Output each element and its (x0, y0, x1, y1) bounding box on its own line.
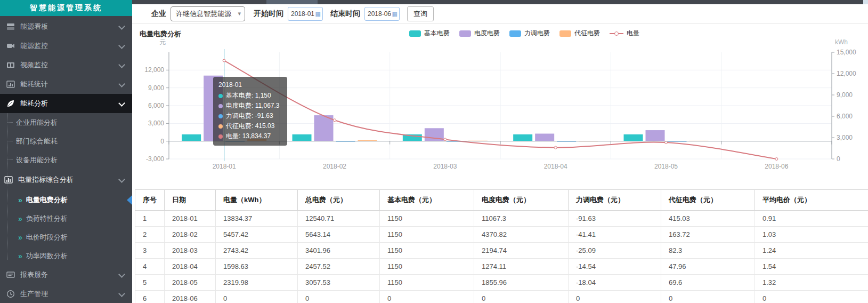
main-content: 企业 许继信息智慧能源 ▾ 开始时间 2018-01 ▦ 结束时间 2018-0… (132, 0, 868, 303)
table-row[interactable]: 22018-025457.425643.1411504370.82-41.411… (135, 227, 868, 243)
table-cell: 0 (298, 291, 380, 303)
table-cell: -25.09 (569, 243, 661, 259)
chevron-down-icon (119, 100, 126, 107)
clock-icon (6, 290, 15, 298)
table-cell: -91.63 (569, 211, 661, 227)
svg-text:2018-05: 2018-05 (654, 163, 678, 170)
tree-stub (7, 160, 13, 160)
table-cell: 0.91 (755, 211, 868, 227)
table-cell: 0 (474, 291, 569, 303)
svg-text:-3,000: -3,000 (146, 155, 164, 163)
table-cell: 5457.42 (216, 227, 298, 243)
table-cell: 2018-05 (165, 275, 216, 291)
table-cell: 1855.96 (474, 275, 569, 291)
table-cell: 5643.14 (298, 227, 380, 243)
end-date-input[interactable]: 2018-06 ▦ (364, 7, 400, 21)
sidebar-item-label: 负荷特性分析 (26, 214, 126, 224)
sidebar-item-电价时段分析[interactable]: »电价时段分析 (0, 228, 132, 246)
table-cell: 2018-03 (165, 243, 216, 259)
column-header: 总电费（元） (298, 190, 380, 211)
sidebar-item-label: 企业用能分析 (16, 118, 126, 127)
end-date-value: 2018-06 (368, 10, 391, 18)
column-header: 电度电费（元） (474, 190, 569, 211)
sidebar-item-生产管理[interactable]: 生产管理 (0, 284, 132, 303)
camera-icon (6, 42, 15, 50)
sidebar-item-设备用能分析[interactable]: 设备用能分析 (0, 150, 132, 169)
sidebar-item-能耗分析[interactable]: 能耗分析 (0, 94, 132, 113)
active-item-marker (127, 195, 132, 205)
sidebar-item-企业用能分析[interactable]: 企业用能分析 (0, 113, 132, 132)
table-cell: 1150 (380, 227, 474, 243)
table-cell: 4370.82 (474, 227, 569, 243)
table-cell: 4 (135, 259, 165, 275)
table-cell: 163.72 (661, 227, 755, 243)
chevron-down-icon (119, 272, 126, 278)
svg-text:6,000: 6,000 (148, 102, 164, 109)
start-date-value: 2018-01 (291, 10, 314, 18)
table-row[interactable]: 62018-060000000 (135, 291, 868, 303)
chevron-down-icon (119, 177, 126, 183)
sidebar-item-能源监控[interactable]: 能源监控 (0, 36, 132, 55)
start-date-input[interactable]: 2018-01 ▦ (288, 7, 323, 21)
table-cell: 1274.11 (474, 259, 569, 275)
sidebar-item-电量指标综合分析[interactable]: 电量指标综合分析 (0, 169, 132, 190)
sidebar-item-label: 电量指标综合分析 (18, 175, 119, 185)
column-header: 力调电费（元） (569, 190, 661, 211)
sidebar-item-能源看板[interactable]: 能源看板 (0, 17, 132, 36)
table-cell: 1.32 (755, 275, 868, 291)
sidebar-item-视频监控[interactable]: 视频监控 (0, 55, 132, 75)
sidebar-item-label: 能耗分析 (20, 99, 119, 108)
calendar-icon[interactable]: ▦ (392, 11, 398, 17)
sidebar-item-电量电费分析[interactable]: »电量电费分析 (0, 190, 132, 209)
sidebar-item-label: 报表服务 (20, 270, 119, 280)
table-cell: 2018-01 (165, 211, 216, 227)
sidebar-item-label: 功率因数分析 (26, 251, 126, 261)
sidebar-item-能耗统计[interactable]: 能耗统计 (0, 75, 132, 94)
report-icon (6, 270, 15, 279)
svg-text:2018-01: 2018-01 (213, 163, 236, 170)
table-row[interactable]: 12018-0113834.3712540.71115011067.3-91.6… (135, 211, 868, 227)
table-cell: 2 (135, 227, 165, 243)
column-header: 序号 (135, 190, 165, 211)
company-select[interactable]: 许继信息智慧能源 ▾ (171, 6, 245, 21)
result-table: 序号日期电量（kWh）总电费（元）基本电费（元）电度电费（元）力调电费（元）代征… (135, 189, 868, 303)
table-cell: 47.96 (661, 259, 755, 275)
sidebar-subtree: 企业用能分析部门综合能耗设备用能分析电量指标综合分析»电量电费分析»负荷特性分析… (0, 113, 132, 265)
chevron-down-icon (119, 62, 126, 68)
table-cell: 13834.37 (216, 211, 298, 227)
sidebar-item-部门综合能耗[interactable]: 部门综合能耗 (0, 132, 132, 150)
end-time-label: 结束时间 (330, 9, 360, 19)
table-cell: 6 (135, 291, 165, 303)
table-cell: 2457.52 (298, 259, 380, 275)
query-button[interactable]: 查询 (407, 6, 434, 21)
scrollbar-corner (863, 0, 868, 4)
table-row[interactable]: 52018-052319.983057.5311501855.96-18.046… (135, 275, 868, 291)
table-cell: 0 (661, 291, 755, 303)
chevron-down-icon (119, 43, 126, 49)
sidebar-item-报表服务[interactable]: 报表服务 (0, 265, 132, 284)
svg-text:6,000: 6,000 (837, 113, 853, 120)
table-row[interactable]: 42018-041598.632457.5211501274.11-14.544… (135, 259, 868, 275)
table-row[interactable]: 32018-032743.423401.9611502194.74-25.098… (135, 243, 868, 259)
caret-down-icon: ▾ (238, 10, 241, 17)
svg-text:2018-06: 2018-06 (765, 163, 788, 170)
svg-text:9,000: 9,000 (837, 91, 853, 99)
table-cell: 0 (216, 291, 298, 303)
svg-text:元: 元 (159, 38, 166, 46)
filter-toolbar: 企业 许继信息智慧能源 ▾ 开始时间 2018-01 ▦ 结束时间 2018-0… (132, 4, 868, 24)
stats-icon (6, 80, 15, 89)
svg-text:15,000: 15,000 (837, 49, 856, 56)
svg-text:2018-03: 2018-03 (433, 163, 457, 170)
chart-canvas[interactable]: 12,0009,0006,0003,0000-3,00015,00012,000… (132, 24, 868, 184)
table-cell: 12540.71 (298, 211, 380, 227)
table-cell: 2743.42 (216, 243, 298, 259)
sidebar-item-label: 视频监控 (20, 60, 119, 70)
svg-text:0: 0 (160, 138, 164, 145)
dashboard-icon (6, 22, 15, 31)
sidebar-item-负荷特性分析[interactable]: »负荷特性分析 (0, 209, 132, 228)
sidebar-item-功率因数分析[interactable]: »功率因数分析 (0, 246, 132, 265)
column-header: 平均电价（元） (755, 190, 868, 211)
table-cell: 11067.3 (474, 211, 569, 227)
app-root: 智慧能源管理系统 能源看板能源监控视频监控能耗统计能耗分析企业用能分析部门综合能… (0, 0, 868, 303)
calendar-icon[interactable]: ▦ (315, 11, 321, 17)
